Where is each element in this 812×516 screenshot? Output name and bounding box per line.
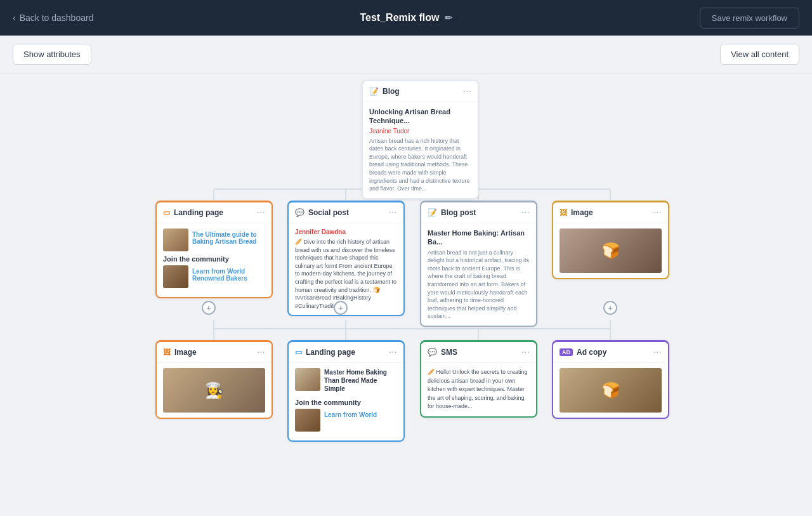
card-menu-button[interactable]: ···	[653, 347, 662, 357]
add-node-button-2[interactable]: +	[334, 301, 348, 315]
card-row: Learn from World Renowned Bakers	[163, 265, 265, 288]
sms-type-icon: 💬	[428, 348, 437, 357]
card-header-sms: 💬 SMS ···	[421, 342, 536, 363]
card-menu-button[interactable]: ···	[257, 208, 265, 218]
add-node-button-3[interactable]: +	[603, 301, 617, 315]
card-body-social1: Jennifer Dawdna 🥖 Dive into the rich his…	[289, 223, 403, 315]
image-placeholder-3: 🍞	[560, 368, 662, 413]
back-to-dashboard-button[interactable]: ‹ Back to dashboard	[13, 13, 93, 23]
card-thumbnail	[295, 368, 320, 391]
card-type-label: AD Ad copy	[560, 348, 606, 357]
add-node-button-1[interactable]: +	[202, 301, 216, 315]
card-row: Master Home Baking Than Bread Made Simpl…	[295, 368, 397, 395]
card-header-social1: 💬 Social post ···	[289, 202, 403, 223]
card-header-landing2: ▭ Landing page ···	[289, 342, 403, 363]
card-body-image1: 🍞	[553, 223, 668, 278]
card-menu-button[interactable]: ···	[257, 347, 265, 357]
card-body-sms: 🥖 Hello! Unlock the secrets to creating …	[421, 363, 536, 416]
blog-post-card-1[interactable]: 📝 Blog post ··· Master Home Baking: Arti…	[420, 201, 537, 327]
card-menu-button[interactable]: ···	[463, 86, 471, 96]
card-body-adcopy: 🍞	[553, 363, 668, 418]
card-menu-button[interactable]: ···	[521, 347, 530, 357]
card-type-label: 📝 Blog	[369, 87, 400, 96]
workflow-canvas: 📝 Blog ··· Unlocking Artisan Bread Techn…	[0, 74, 812, 516]
card-body-image2: 👩‍🍳	[157, 363, 272, 418]
card-header-blog: 📝 Blog ···	[363, 81, 478, 102]
app-header: ‹ Back to dashboard Test_Remix flow ✏ Sa…	[0, 0, 812, 36]
card-body-landing2: Master Home Baking Than Bread Made Simpl…	[289, 363, 403, 440]
view-all-content-button[interactable]: View all content	[720, 44, 799, 65]
landing-page-card-2[interactable]: ▭ Landing page ··· Master Home Baking Th…	[287, 340, 405, 442]
card-menu-button[interactable]: ···	[389, 208, 397, 218]
card-type-label: ▭ Landing page	[163, 208, 223, 217]
landing-page-card-1[interactable]: ▭ Landing page ··· The Ultimate guide to…	[155, 201, 273, 298]
card-type-label: ▭ Landing page	[295, 348, 355, 357]
image-card-2[interactable]: 🖼 Image ··· 👩‍🍳	[155, 340, 273, 419]
workflow-title-area: Test_Remix flow ✏	[360, 12, 452, 23]
card-thumbnail	[295, 409, 320, 432]
toolbar: Show attributes View all content	[0, 36, 812, 74]
card-header-landing1: ▭ Landing page ···	[157, 202, 272, 223]
card-type-label: 💬 SMS	[428, 348, 457, 357]
card-header-blogpost1: 📝 Blog post ···	[421, 202, 536, 223]
save-remix-button[interactable]: Save remix workflow	[700, 8, 799, 29]
card-body-landing1: The Ultimate guide to Baking Artisan Bre…	[157, 223, 272, 297]
image-type-icon-2: 🖼	[163, 348, 171, 357]
card-body-blog: Unlocking Artisan Bread Technique... Jea…	[363, 102, 478, 198]
card-type-label: 📝 Blog post	[428, 208, 476, 217]
back-arrow-icon: ‹	[13, 13, 16, 23]
card-type-label: 💬 Social post	[295, 208, 349, 217]
card-thumbnail	[163, 228, 188, 251]
social-type-icon: 💬	[295, 208, 304, 217]
back-label: Back to dashboard	[20, 13, 94, 23]
root-blog-card[interactable]: 📝 Blog ··· Unlocking Artisan Bread Techn…	[362, 80, 479, 199]
card-row: The Ultimate guide to Baking Artisan Bre…	[163, 228, 265, 251]
ad-copy-card[interactable]: AD Ad copy ··· 🍞	[552, 340, 669, 419]
image-card-1[interactable]: 🖼 Image ··· 🍞	[552, 201, 669, 279]
card-thumbnail	[163, 265, 188, 288]
card-header-image2: 🖼 Image ···	[157, 342, 272, 363]
edit-title-icon[interactable]: ✏	[445, 13, 452, 23]
ad-badge-icon: AD	[560, 348, 573, 356]
blogpost-type-icon: 📝	[428, 208, 437, 217]
image-placeholder-2: 👩‍🍳	[163, 368, 265, 413]
image-type-icon: 🖼	[560, 208, 567, 217]
blog-type-icon: 📝	[369, 87, 379, 96]
card-row: Learn from World	[295, 409, 397, 432]
sms-card[interactable]: 💬 SMS ··· 🥖 Hello! Unlock the secrets to…	[420, 340, 537, 418]
card-menu-button[interactable]: ···	[521, 208, 530, 218]
landing-type-icon: ▭	[163, 208, 170, 217]
workflow-title: Test_Remix flow	[360, 12, 439, 23]
card-header-image1: 🖼 Image ···	[553, 202, 668, 223]
card-body-blogpost1: Master Home Baking: Artisan Ba... Artisa…	[421, 223, 536, 326]
card-header-adcopy: AD Ad copy ···	[553, 342, 668, 363]
social-post-card-1[interactable]: 💬 Social post ··· Jennifer Dawdna 🥖 Dive…	[287, 201, 405, 316]
card-type-label: 🖼 Image	[560, 208, 593, 217]
card-menu-button[interactable]: ···	[389, 347, 397, 357]
card-menu-button[interactable]: ···	[653, 208, 662, 218]
landing-type-icon-2: ▭	[295, 348, 302, 357]
image-placeholder: 🍞	[560, 228, 662, 273]
card-type-label: 🖼 Image	[163, 348, 197, 357]
show-attributes-button[interactable]: Show attributes	[13, 44, 91, 65]
